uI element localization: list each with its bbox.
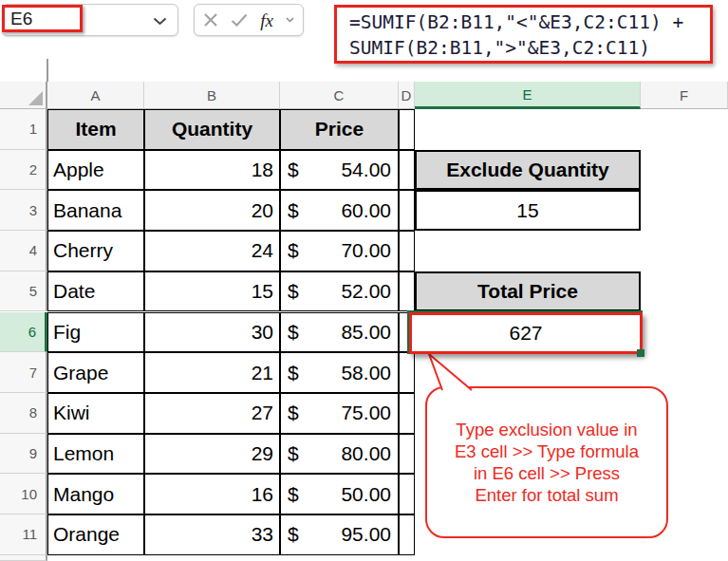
cell-C11[interactable]: $95.00 — [280, 514, 399, 555]
column-header-F[interactable]: F — [641, 82, 728, 109]
cell-A4[interactable]: Cherry — [47, 231, 144, 271]
cell-B1[interactable]: Quantity — [144, 109, 280, 150]
formula-toolbar: E6 fx =SUMIF(B2:B11,"<"&E3,C2:C11) + SUM… — [0, 0, 728, 82]
cell-D11[interactable] — [399, 514, 415, 555]
formula-line-1: =SUMIF(B2:B11,"<"&E3,C2:C11) + — [349, 9, 710, 35]
cell-A5[interactable]: Date — [47, 271, 144, 312]
cell-B6[interactable]: 30 — [144, 312, 280, 353]
price-value: 54.00 — [341, 159, 391, 181]
insert-function-button[interactable]: fx — [260, 11, 273, 29]
callout-tail — [418, 351, 484, 394]
cell-D2[interactable] — [399, 150, 415, 191]
callout-line: Enter for total sum — [475, 484, 618, 506]
cell-A11[interactable]: Orange — [47, 514, 144, 555]
select-all-corner[interactable] — [0, 82, 47, 109]
column-header-E[interactable]: E — [415, 82, 641, 109]
row-header-8[interactable]: 8 — [0, 393, 47, 434]
fill-handle[interactable] — [637, 349, 644, 357]
cell-B3[interactable]: 20 — [144, 190, 280, 231]
cell-A7[interactable]: Grape — [47, 352, 144, 393]
cell-C3[interactable]: $60.00 — [280, 190, 399, 231]
cell-D3[interactable] — [399, 190, 415, 231]
cell-E5[interactable]: Total Price — [415, 271, 641, 312]
name-box-value: E6 — [5, 9, 32, 29]
cell-D8[interactable] — [399, 393, 415, 434]
row-header-10[interactable]: 10 — [0, 474, 47, 514]
cell-D4[interactable] — [399, 231, 415, 271]
callout-line: E3 cell >> Type formula — [455, 440, 639, 462]
cell-B2[interactable]: 18 — [144, 150, 280, 191]
row-header-2[interactable]: 2 — [0, 150, 47, 191]
cell-D9[interactable] — [399, 434, 415, 475]
cell-B4[interactable]: 24 — [144, 231, 280, 271]
cell-C5[interactable]: $52.00 — [280, 271, 399, 312]
name-box-dropdown-icon[interactable] — [153, 17, 167, 26]
column-header-C[interactable]: C — [280, 82, 399, 109]
currency-symbol: $ — [288, 199, 299, 222]
cell-B7[interactable]: 21 — [144, 352, 280, 393]
price-value: 75.00 — [341, 402, 391, 424]
row-header-1[interactable]: 1 — [0, 109, 47, 150]
cell-B5[interactable]: 15 — [144, 271, 280, 312]
cell-C6[interactable]: $85.00 — [280, 312, 399, 353]
enter-check-icon[interactable] — [231, 13, 248, 27]
gridline-stub — [47, 59, 48, 82]
currency-symbol: $ — [288, 321, 299, 344]
cell-A2[interactable]: Apple — [47, 150, 144, 191]
cell-C7[interactable]: $58.00 — [280, 352, 399, 393]
cell-D5[interactable] — [399, 271, 415, 312]
column-header-B[interactable]: B — [144, 82, 280, 109]
cell-C9[interactable]: $80.00 — [280, 434, 399, 475]
cell-B10[interactable]: 16 — [144, 474, 280, 514]
total-value: 627 — [509, 322, 542, 345]
cell-A3[interactable]: Banana — [47, 190, 144, 231]
column-header-D[interactable]: D — [399, 82, 415, 109]
cell-E3[interactable]: 15 — [415, 190, 641, 231]
cell-D1[interactable] — [399, 109, 415, 150]
spreadsheet-grid: Type exclusion value in E3 cell >> Type … — [0, 82, 728, 561]
row-header-9[interactable]: 9 — [0, 434, 47, 475]
currency-symbol: $ — [288, 402, 299, 424]
cell-C8[interactable]: $75.00 — [280, 393, 399, 434]
cell-A9[interactable]: Lemon — [47, 434, 144, 475]
row-header-11[interactable]: 11 — [0, 514, 47, 555]
fx-dropdown-icon[interactable] — [286, 17, 294, 23]
row-header-4[interactable]: 4 — [0, 231, 47, 271]
name-box[interactable]: E6 — [2, 4, 178, 36]
row-header-5[interactable]: 5 — [0, 271, 47, 312]
cell-B11[interactable]: 33 — [144, 514, 280, 555]
cell-C1[interactable]: Price — [280, 109, 399, 150]
name-box-red-annotation: E6 — [2, 5, 83, 32]
cell-C10[interactable]: $50.00 — [280, 474, 399, 514]
cell-D7[interactable] — [399, 352, 415, 393]
cell-C2[interactable]: $54.00 — [280, 150, 399, 191]
cell-A6[interactable]: Fig — [47, 312, 144, 353]
cell-B9[interactable]: 29 — [144, 434, 280, 475]
currency-symbol: $ — [288, 239, 299, 262]
price-value: 80.00 — [341, 442, 391, 465]
cell-D10[interactable] — [399, 474, 415, 514]
cell-B8[interactable]: 27 — [144, 393, 280, 434]
cell-A8[interactable]: Kiwi — [47, 393, 144, 434]
column-header-A[interactable]: A — [47, 82, 144, 109]
row-header-7[interactable]: 7 — [0, 352, 47, 393]
row-header-6[interactable]: 6 — [0, 312, 47, 353]
cell-A10[interactable]: Mango — [47, 474, 144, 514]
row-header-3[interactable]: 3 — [0, 190, 47, 231]
price-value: 85.00 — [341, 321, 391, 344]
cell-C4[interactable]: $70.00 — [280, 231, 399, 271]
currency-symbol: $ — [288, 523, 299, 546]
currency-symbol: $ — [288, 159, 299, 181]
row-header-partial — [0, 555, 47, 561]
price-value: 58.00 — [341, 362, 391, 384]
cell-A1[interactable]: Item — [47, 109, 144, 150]
cancel-icon[interactable] — [203, 12, 218, 28]
currency-symbol: $ — [288, 442, 299, 465]
currency-symbol: $ — [288, 362, 299, 384]
price-value: 60.00 — [341, 199, 391, 222]
currency-symbol: $ — [288, 483, 299, 506]
formula-bar[interactable]: =SUMIF(B2:B11,"<"&E3,C2:C11) + SUMIF(B2:… — [334, 5, 713, 64]
cell-E2[interactable]: Exclude Quantity — [415, 150, 641, 191]
callout-line: in E6 cell >> Press — [474, 462, 620, 484]
cell-E6[interactable]: 627 — [407, 310, 643, 355]
